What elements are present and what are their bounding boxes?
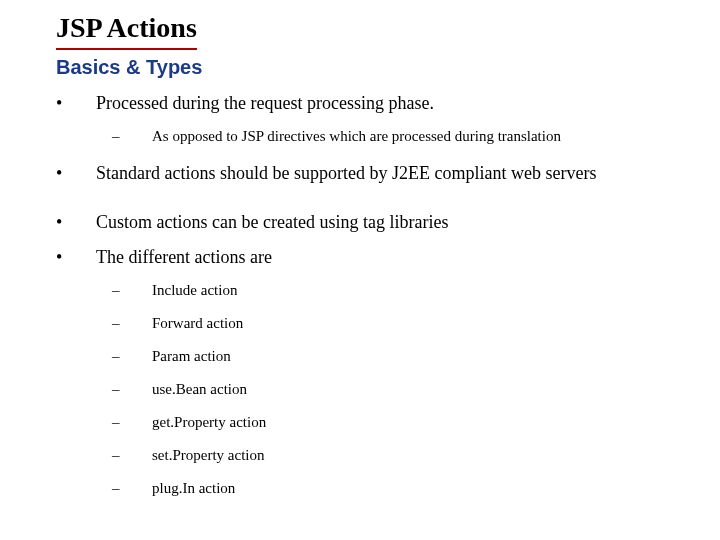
bullet-text: The different actions are bbox=[96, 247, 272, 268]
bullet-item: •The different actions are bbox=[56, 247, 720, 268]
bullet-text: Processed during the request processing … bbox=[96, 93, 434, 114]
sub-bullet-item: –Param action bbox=[112, 348, 720, 365]
dash-icon: – bbox=[112, 381, 152, 398]
sub-bullet-text: Forward action bbox=[152, 315, 243, 331]
dash-icon: – bbox=[112, 128, 152, 145]
bullet-dot-icon: • bbox=[56, 212, 96, 233]
bullet-text: Standard actions should be supported by … bbox=[96, 163, 596, 184]
dash-icon: – bbox=[112, 282, 152, 299]
bullet-text: Custom actions can be created using tag … bbox=[96, 212, 448, 233]
sub-bullet-text: set.Property action bbox=[152, 447, 264, 463]
dash-icon: – bbox=[112, 315, 152, 332]
sub-bullet-item: –use.Bean action bbox=[112, 381, 720, 398]
dash-icon: – bbox=[112, 348, 152, 365]
bullet-item: •Standard actions should be supported by… bbox=[56, 163, 720, 184]
sub-bullet-item: –set.Property action bbox=[112, 447, 720, 464]
dash-icon: – bbox=[112, 480, 152, 497]
sub-bullet-text: As opposed to JSP directives which are p… bbox=[152, 128, 561, 144]
slide-title: JSP Actions bbox=[56, 12, 197, 50]
sub-bullet-text: get.Property action bbox=[152, 414, 266, 430]
sub-bullet-item: –As opposed to JSP directives which are … bbox=[112, 128, 720, 145]
slide-content: JSP Actions Basics & Types •Processed du… bbox=[0, 0, 720, 497]
sub-bullet-item: –plug.In action bbox=[112, 480, 720, 497]
dash-icon: – bbox=[112, 447, 152, 464]
sub-bullet-text: Include action bbox=[152, 282, 237, 298]
bullet-dot-icon: • bbox=[56, 247, 96, 268]
sub-bullet-text: use.Bean action bbox=[152, 381, 247, 397]
bullet-dot-icon: • bbox=[56, 93, 96, 114]
sub-bullet-item: –get.Property action bbox=[112, 414, 720, 431]
sub-bullet-item: –Forward action bbox=[112, 315, 720, 332]
slide-subtitle: Basics & Types bbox=[56, 56, 720, 79]
sub-bullet-text: Param action bbox=[152, 348, 231, 364]
bullet-item: •Custom actions can be created using tag… bbox=[56, 212, 720, 233]
bullet-dot-icon: • bbox=[56, 163, 96, 184]
sub-bullet-text: plug.In action bbox=[152, 480, 235, 496]
dash-icon: – bbox=[112, 414, 152, 431]
bullet-item: •Processed during the request processing… bbox=[56, 93, 720, 114]
sub-bullet-item: –Include action bbox=[112, 282, 720, 299]
